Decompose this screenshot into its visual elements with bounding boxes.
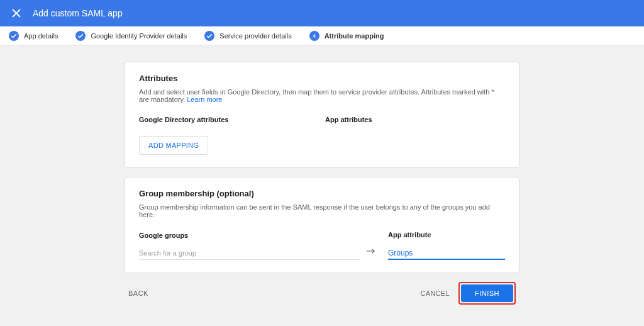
arrow-right-icon: [365, 245, 377, 260]
page-title: Add custom SAML app: [33, 8, 123, 18]
add-mapping-button[interactable]: ADD MAPPING: [139, 136, 208, 155]
cancel-button[interactable]: CANCEL: [421, 289, 450, 297]
finish-button[interactable]: FINISH: [461, 284, 513, 302]
attributes-desc: Add and select user fields in Google Dir…: [139, 88, 505, 103]
finish-highlight: FINISH: [458, 282, 516, 305]
google-groups-label: Google groups: [139, 232, 360, 239]
step-label: Service provider details: [219, 32, 291, 40]
check-icon: [75, 31, 86, 41]
step-identity-provider[interactable]: Google Identity Provider details: [75, 31, 187, 41]
step-label: Google Identity Provider details: [91, 32, 187, 40]
attributes-card: Attributes Add and select user fields in…: [125, 62, 519, 168]
step-attribute-mapping[interactable]: 4 Attribute mapping: [309, 31, 384, 41]
step-label: App details: [24, 32, 58, 40]
group-membership-card: Group membership (optional) Group member…: [125, 177, 519, 273]
groups-desc: Group membership information can be sent…: [139, 203, 505, 218]
app-attribute-field: App attribute: [388, 231, 505, 260]
step-label: Attribute mapping: [325, 32, 384, 40]
step-number: 4: [309, 31, 319, 41]
google-attr-header: Google Directory attributes: [139, 116, 325, 123]
main-content: Attributes Add and select user fields in…: [125, 62, 519, 305]
step-service-provider[interactable]: Service provider details: [204, 31, 291, 41]
learn-more-link[interactable]: Learn more: [187, 96, 222, 103]
google-groups-field: Google groups: [139, 232, 360, 260]
app-attribute-label: App attribute: [388, 231, 505, 239]
step-app-details[interactable]: App details: [9, 31, 58, 41]
column-headers: Google Directory attributes App attribut…: [139, 116, 505, 123]
app-attribute-input[interactable]: [388, 246, 505, 260]
stepper: App details Google Identity Provider det…: [0, 26, 644, 45]
check-icon: [9, 31, 19, 41]
groups-title: Group membership (optional): [139, 189, 505, 198]
app-attr-header: App attributes: [325, 116, 505, 123]
attributes-title: Attributes: [139, 74, 505, 83]
group-row: Google groups App attribute: [139, 231, 505, 260]
footer: BACK CANCEL FINISH: [125, 282, 519, 305]
back-button[interactable]: BACK: [128, 289, 148, 297]
check-icon: [204, 31, 214, 41]
close-icon[interactable]: [10, 7, 23, 20]
group-search-input[interactable]: [139, 247, 360, 260]
app-header: Add custom SAML app: [0, 0, 644, 26]
footer-right: CANCEL FINISH: [421, 282, 516, 305]
